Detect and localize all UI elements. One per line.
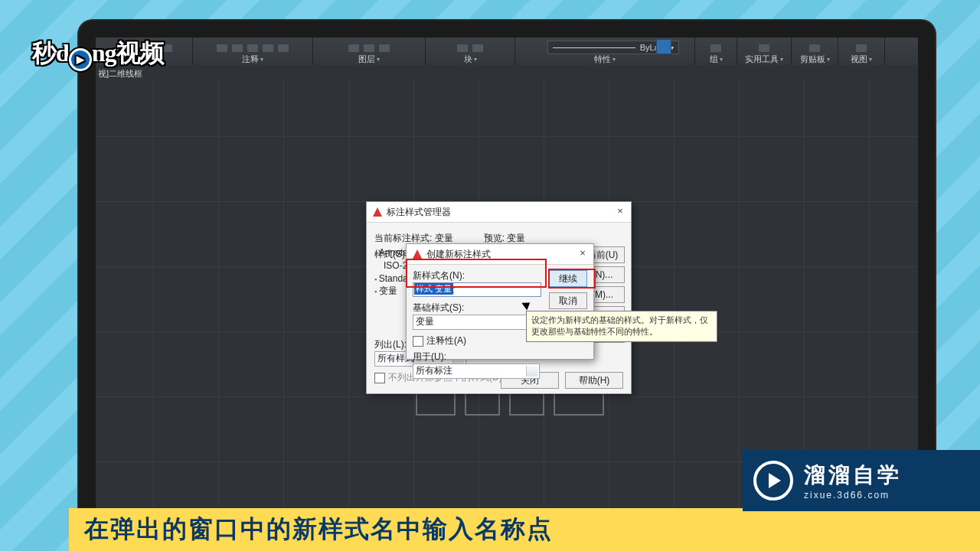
dialog-titlebar[interactable]: 创建新标注样式 × [407,244,593,265]
annotative-checkbox[interactable] [413,336,423,347]
dialog-title: 创建新标注样式 [426,248,491,261]
use-for-label: 用于(U): [413,350,587,364]
ribbon-label: 块 [464,54,477,65]
ribbon-group-clipboard[interactable]: 剪贴板 [792,37,838,65]
watermark-top-left: 秒d▶ng视频 [32,37,164,70]
checkbox[interactable] [374,373,385,383]
ribbon-label: 视图 [851,54,872,65]
brand-badge: 溜溜自学 zixue.3d66.com [743,450,980,511]
active-tool-tile[interactable] [656,39,671,54]
ribbon-group-view[interactable]: 视图 [838,37,885,65]
ribbon-label: 剪贴板 [800,54,830,65]
ribbon-group-layer[interactable]: 图层 [313,37,426,65]
play-icon: ▶ [69,48,92,71]
subtitle-bar: 在弹出的窗口中的新样式名中输入名称点 [69,508,980,551]
dialog-titlebar[interactable]: 标注样式管理器 × [367,202,631,223]
ribbon-group-block[interactable]: 块 [426,37,515,65]
ribbon-group-group[interactable]: 组 [695,37,737,65]
close-icon[interactable]: × [577,247,589,259]
input-selection: 样式 变量 [414,283,453,295]
create-dimstyle-dialog: 创建新标注样式 × 新样式名(N): 样式 变量 基础样式(S): 变量 [406,243,594,360]
ribbon-label: 实用工具 [745,54,783,65]
ribbon-group-utilities[interactable]: 实用工具 [737,37,792,65]
tooltip: 设定作为新样式的基础的样式。对于新样式，仅更改那些与基础特性不同的特性。 [526,311,717,342]
base-style-select[interactable]: 变量 [413,315,540,330]
continue-button[interactable]: 继续 [549,270,587,287]
app-icon [373,207,382,217]
ribbon: 修改 注释 图层 块 特性 组 [96,37,918,65]
brand-cn: 溜溜自学 [804,461,902,490]
annotative-label: 注释性(A) [426,334,466,347]
ribbon-group-annotate[interactable]: 注释 [193,37,313,65]
select-value: 所有标注 [416,365,452,376]
ribbon-label: 图层 [358,54,380,65]
cancel-button[interactable]: 取消 [549,292,587,309]
select-value: 变量 [416,316,434,327]
app-screen: 修改 注释 图层 块 特性 组 [96,37,918,520]
use-for-select[interactable]: 所有标注 [413,364,540,379]
app-icon [413,249,422,259]
ribbon-label: 特性 [594,54,616,65]
brand-en: zixue.3d66.com [804,490,902,500]
ribbon-label: 注释 [242,54,263,65]
close-icon[interactable]: × [614,205,626,217]
dialog-title: 标注样式管理器 [387,206,451,219]
ribbon-label: 组 [710,54,723,65]
play-icon [753,461,793,500]
